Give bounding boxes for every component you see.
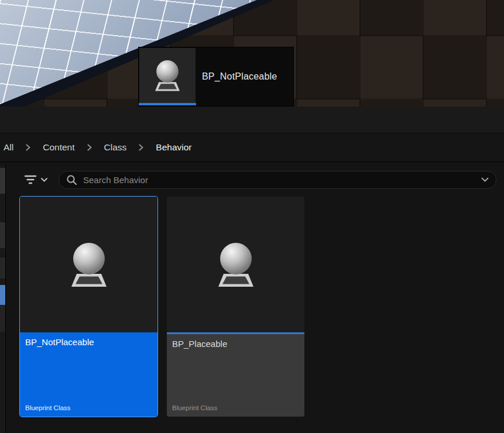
filter-icon: [24, 174, 37, 185]
chevron-right-icon: [25, 143, 32, 152]
search-box[interactable]: [59, 171, 496, 189]
asset-name: BP_Placeable: [172, 339, 299, 349]
breadcrumb-item-all[interactable]: All: [4, 142, 13, 153]
asset-info: BP_Placeable Blueprint Class: [167, 334, 304, 417]
asset-type-label: Blueprint Class: [25, 404, 70, 411]
asset-type-label: Blueprint Class: [172, 404, 217, 411]
breadcrumb-item-behavior[interactable]: Behavior: [156, 142, 191, 153]
search-input[interactable]: [82, 174, 476, 185]
search-icon: [66, 174, 77, 185]
asset-thumbnail: [20, 197, 157, 332]
level-viewport[interactable]: BP_NotPlaceable: [0, 0, 504, 106]
chevron-down-icon: [41, 178, 47, 182]
docked-panel-edge-item[interactable]: [0, 168, 5, 194]
search-options-chevron-icon[interactable]: [481, 177, 489, 183]
breadcrumb: All Content Class Behavior: [0, 133, 504, 162]
asset-tile-bp-notplaceable[interactable]: BP_NotPlaceable Blueprint Class: [20, 197, 157, 417]
asset-grid: BP_NotPlaceable Blueprint Class BP_Place…: [6, 194, 504, 433]
unreal-editor-window: BP_NotPlaceable All Content Class Behavi…: [0, 0, 504, 433]
chevron-right-icon: [86, 143, 93, 152]
sources-panel-edge: [0, 165, 6, 433]
drag-preview-label: BP_NotPlaceable: [202, 47, 277, 106]
docked-panel-edge-item[interactable]: [0, 222, 5, 248]
docked-panel-edge-item[interactable]: [0, 305, 5, 332]
content-browser-header: [0, 106, 504, 133]
blueprint-sphere-icon: [207, 235, 265, 294]
breadcrumb-item-class[interactable]: Class: [104, 142, 127, 153]
drag-preview-accent-bar: [139, 103, 196, 105]
asset-thumbnail: [167, 197, 304, 332]
docked-panel-edge-item[interactable]: [0, 257, 5, 279]
asset-name: BP_NotPlaceable: [25, 337, 152, 347]
asset-info-selected: BP_NotPlaceable Blueprint Class: [20, 332, 157, 417]
drag-preview-thumbnail: [139, 48, 196, 103]
chevron-right-icon: [138, 143, 145, 152]
breadcrumb-item-content[interactable]: Content: [43, 142, 74, 153]
blueprint-sphere-icon: [60, 235, 118, 294]
docked-panel-edge-item-selected[interactable]: [0, 285, 5, 305]
drag-preview: BP_NotPlaceable: [138, 47, 294, 106]
filter-button[interactable]: [16, 170, 55, 190]
blueprint-sphere-icon: [147, 55, 188, 96]
asset-tile-bp-placeable[interactable]: BP_Placeable Blueprint Class: [167, 197, 304, 417]
